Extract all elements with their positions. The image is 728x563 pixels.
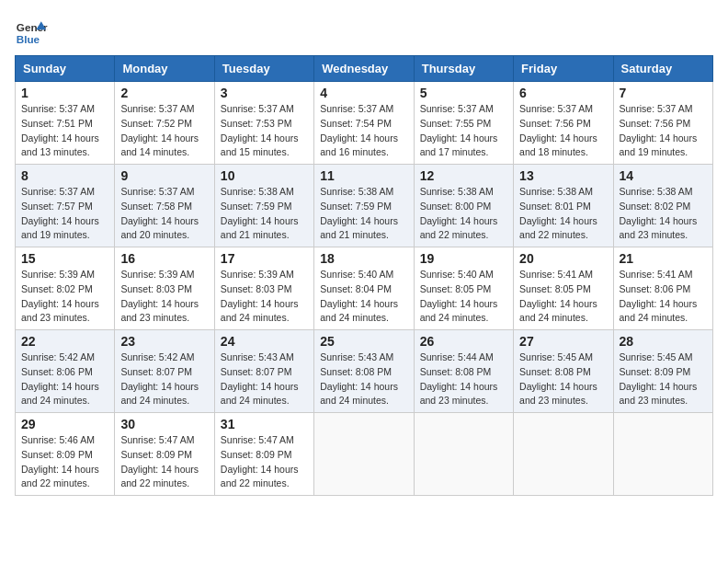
empty-cell <box>613 413 712 496</box>
page-header: General Blue <box>15 15 713 48</box>
day-info: Sunrise: 5:37 AMSunset: 7:57 PMDaylight:… <box>21 186 99 240</box>
day-info: Sunrise: 5:45 AMSunset: 8:08 PMDaylight:… <box>519 351 597 406</box>
calendar-week-row: 1 Sunrise: 5:37 AMSunset: 7:51 PMDayligh… <box>16 82 713 165</box>
day-info: Sunrise: 5:40 AMSunset: 8:04 PMDaylight:… <box>320 269 398 323</box>
calendar-day-cell: 16 Sunrise: 5:39 AMSunset: 8:03 PMDaylig… <box>115 247 214 330</box>
day-info: Sunrise: 5:37 AMSunset: 7:56 PMDaylight:… <box>519 103 597 157</box>
day-number: 25 <box>320 334 407 349</box>
day-info: Sunrise: 5:45 AMSunset: 8:09 PMDaylight:… <box>620 351 698 406</box>
day-number: 8 <box>21 168 108 183</box>
day-number: 24 <box>221 334 308 349</box>
day-number: 18 <box>320 251 407 266</box>
day-info: Sunrise: 5:39 AMSunset: 8:03 PMDaylight:… <box>120 269 199 323</box>
day-number: 14 <box>620 168 707 183</box>
empty-cell <box>514 413 613 496</box>
day-info: Sunrise: 5:43 AMSunset: 8:07 PMDaylight:… <box>221 351 299 406</box>
day-info: Sunrise: 5:37 AMSunset: 7:55 PMDaylight:… <box>420 103 498 157</box>
calendar-day-cell: 2 Sunrise: 5:37 AMSunset: 7:52 PMDayligh… <box>115 82 214 165</box>
day-number: 29 <box>21 417 108 431</box>
day-number: 21 <box>620 251 707 266</box>
calendar-day-cell: 26 Sunrise: 5:44 AMSunset: 8:08 PMDaylig… <box>414 330 513 413</box>
day-number: 10 <box>221 168 308 183</box>
day-info: Sunrise: 5:47 AMSunset: 8:09 PMDaylight:… <box>221 434 299 488</box>
calendar-body: 1 Sunrise: 5:37 AMSunset: 7:51 PMDayligh… <box>16 82 713 496</box>
day-number: 15 <box>21 251 108 266</box>
calendar-day-cell: 22 Sunrise: 5:42 AMSunset: 8:06 PMDaylig… <box>16 330 115 413</box>
day-number: 2 <box>120 86 208 100</box>
calendar-day-cell: 21 Sunrise: 5:41 AMSunset: 8:06 PMDaylig… <box>613 247 712 330</box>
calendar-day-cell: 6 Sunrise: 5:37 AMSunset: 7:56 PMDayligh… <box>514 82 613 165</box>
day-info: Sunrise: 5:42 AMSunset: 8:06 PMDaylight:… <box>21 351 99 406</box>
empty-cell <box>414 413 513 496</box>
day-info: Sunrise: 5:37 AMSunset: 7:53 PMDaylight:… <box>221 103 299 157</box>
calendar-day-cell: 1 Sunrise: 5:37 AMSunset: 7:51 PMDayligh… <box>16 82 115 165</box>
calendar-day-cell: 23 Sunrise: 5:42 AMSunset: 8:07 PMDaylig… <box>115 330 214 413</box>
day-number: 17 <box>221 251 308 266</box>
day-info: Sunrise: 5:38 AMSunset: 7:59 PMDaylight:… <box>320 186 398 240</box>
calendar-day-cell: 12 Sunrise: 5:38 AMSunset: 8:00 PMDaylig… <box>414 165 513 247</box>
calendar-day-cell: 24 Sunrise: 5:43 AMSunset: 8:07 PMDaylig… <box>214 330 313 413</box>
svg-text:Blue: Blue <box>17 33 40 45</box>
calendar-day-cell: 14 Sunrise: 5:38 AMSunset: 8:02 PMDaylig… <box>613 165 712 247</box>
day-number: 20 <box>519 251 607 266</box>
day-number: 11 <box>320 168 407 183</box>
empty-cell <box>314 413 414 496</box>
calendar-day-cell: 8 Sunrise: 5:37 AMSunset: 7:57 PMDayligh… <box>16 165 115 247</box>
dow-header-thursday: Thursday <box>414 56 513 82</box>
day-number: 23 <box>120 334 208 349</box>
day-number: 12 <box>420 168 507 183</box>
dow-header-sunday: Sunday <box>16 56 115 82</box>
calendar-week-row: 29 Sunrise: 5:46 AMSunset: 8:09 PMDaylig… <box>16 413 713 496</box>
day-number: 19 <box>420 251 507 266</box>
day-number: 27 <box>519 334 607 349</box>
calendar-day-cell: 5 Sunrise: 5:37 AMSunset: 7:55 PMDayligh… <box>414 82 513 165</box>
calendar-week-row: 22 Sunrise: 5:42 AMSunset: 8:06 PMDaylig… <box>16 330 713 413</box>
dow-header-wednesday: Wednesday <box>314 56 414 82</box>
day-of-week-row: SundayMondayTuesdayWednesdayThursdayFrid… <box>16 56 713 82</box>
day-info: Sunrise: 5:42 AMSunset: 8:07 PMDaylight:… <box>120 351 199 406</box>
day-number: 1 <box>21 86 108 100</box>
day-number: 6 <box>519 86 607 100</box>
day-info: Sunrise: 5:38 AMSunset: 8:01 PMDaylight:… <box>519 186 597 240</box>
dow-header-saturday: Saturday <box>613 56 712 82</box>
day-info: Sunrise: 5:37 AMSunset: 7:51 PMDaylight:… <box>21 103 99 157</box>
calendar-day-cell: 25 Sunrise: 5:43 AMSunset: 8:08 PMDaylig… <box>314 330 414 413</box>
calendar-day-cell: 17 Sunrise: 5:39 AMSunset: 8:03 PMDaylig… <box>214 247 313 330</box>
calendar-day-cell: 13 Sunrise: 5:38 AMSunset: 8:01 PMDaylig… <box>514 165 613 247</box>
calendar-table: SundayMondayTuesdayWednesdayThursdayFrid… <box>15 55 713 496</box>
day-info: Sunrise: 5:47 AMSunset: 8:09 PMDaylight:… <box>120 434 199 488</box>
day-info: Sunrise: 5:37 AMSunset: 7:52 PMDaylight:… <box>120 103 199 157</box>
calendar-day-cell: 3 Sunrise: 5:37 AMSunset: 7:53 PMDayligh… <box>214 82 313 165</box>
day-info: Sunrise: 5:46 AMSunset: 8:09 PMDaylight:… <box>21 434 99 488</box>
day-number: 13 <box>519 168 607 183</box>
day-number: 31 <box>221 417 308 431</box>
day-info: Sunrise: 5:37 AMSunset: 7:56 PMDaylight:… <box>620 103 698 157</box>
day-info: Sunrise: 5:37 AMSunset: 7:58 PMDaylight:… <box>120 186 199 240</box>
day-info: Sunrise: 5:41 AMSunset: 8:05 PMDaylight:… <box>519 269 597 323</box>
calendar-day-cell: 19 Sunrise: 5:40 AMSunset: 8:05 PMDaylig… <box>414 247 513 330</box>
day-info: Sunrise: 5:38 AMSunset: 7:59 PMDaylight:… <box>221 186 299 240</box>
day-info: Sunrise: 5:38 AMSunset: 8:02 PMDaylight:… <box>620 186 698 240</box>
logo: General Blue <box>15 15 48 48</box>
day-number: 28 <box>620 334 707 349</box>
day-info: Sunrise: 5:41 AMSunset: 8:06 PMDaylight:… <box>620 269 698 323</box>
day-number: 4 <box>320 86 407 100</box>
day-number: 16 <box>120 251 208 266</box>
day-info: Sunrise: 5:39 AMSunset: 8:03 PMDaylight:… <box>221 269 299 323</box>
calendar-day-cell: 31 Sunrise: 5:47 AMSunset: 8:09 PMDaylig… <box>214 413 313 496</box>
calendar-day-cell: 10 Sunrise: 5:38 AMSunset: 7:59 PMDaylig… <box>214 165 313 247</box>
day-info: Sunrise: 5:43 AMSunset: 8:08 PMDaylight:… <box>320 351 398 406</box>
dow-header-tuesday: Tuesday <box>214 56 313 82</box>
calendar-week-row: 8 Sunrise: 5:37 AMSunset: 7:57 PMDayligh… <box>16 165 713 247</box>
calendar-day-cell: 20 Sunrise: 5:41 AMSunset: 8:05 PMDaylig… <box>514 247 613 330</box>
day-number: 22 <box>21 334 108 349</box>
day-number: 30 <box>120 417 208 431</box>
calendar-day-cell: 9 Sunrise: 5:37 AMSunset: 7:58 PMDayligh… <box>115 165 214 247</box>
day-info: Sunrise: 5:39 AMSunset: 8:02 PMDaylight:… <box>21 269 99 323</box>
day-info: Sunrise: 5:38 AMSunset: 8:00 PMDaylight:… <box>420 186 498 240</box>
day-number: 7 <box>620 86 707 100</box>
dow-header-monday: Monday <box>115 56 214 82</box>
calendar-day-cell: 29 Sunrise: 5:46 AMSunset: 8:09 PMDaylig… <box>16 413 115 496</box>
calendar-week-row: 15 Sunrise: 5:39 AMSunset: 8:02 PMDaylig… <box>16 247 713 330</box>
calendar-day-cell: 18 Sunrise: 5:40 AMSunset: 8:04 PMDaylig… <box>314 247 414 330</box>
